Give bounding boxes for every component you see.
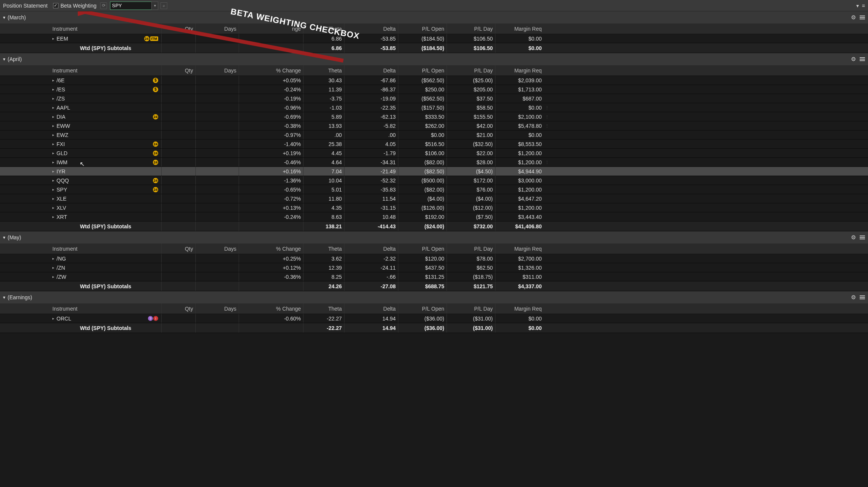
expand-icon[interactable]: ▸: [52, 36, 54, 41]
row-menu-icon[interactable]: [544, 149, 550, 157]
col-delta[interactable]: Delta: [344, 65, 398, 75]
col-delta[interactable]: Delta: [344, 244, 398, 254]
gear-icon[interactable]: ⚙: [851, 56, 856, 63]
position-row[interactable]: ▸/ZS -0.19% -3.75 -19.09 ($562.50) $37.5…: [0, 94, 868, 103]
gear-icon[interactable]: ⚙: [851, 14, 856, 21]
col-plopen[interactable]: P/L Open: [398, 244, 447, 254]
list-icon[interactable]: [860, 295, 865, 299]
refresh-icon[interactable]: ⟳: [100, 2, 107, 9]
row-menu-icon[interactable]: ⋮: [544, 112, 550, 121]
col-theta[interactable]: Theta: [303, 24, 344, 34]
position-row[interactable]: ▸SPY24 -0.65% 5.01 -35.83 ($82.00) $76.0…: [0, 185, 868, 194]
row-menu-icon[interactable]: [544, 130, 550, 139]
position-row[interactable]: ▸ORCL?! -0.60% -22.27 14.94 ($36.00) ($3…: [0, 314, 868, 323]
row-menu-icon[interactable]: [544, 34, 550, 43]
row-menu-icon[interactable]: [544, 272, 550, 281]
col-delta[interactable]: Delta: [344, 24, 398, 34]
position-row[interactable]: ▸GLD24 +0.19% 4.45 -1.79 $106.00 $22.00 …: [0, 149, 868, 158]
expand-icon[interactable]: ▸: [52, 87, 54, 91]
row-menu-icon[interactable]: [544, 194, 550, 203]
col-qty[interactable]: Qty: [162, 244, 196, 254]
group-header[interactable]: ▾ (March) ⚙: [0, 11, 868, 24]
col-plday[interactable]: P/L Day: [447, 24, 495, 34]
gear-icon[interactable]: ⚙: [851, 234, 856, 241]
expand-icon[interactable]: ▸: [52, 105, 54, 110]
position-row[interactable]: ▸IWM24 -0.46% 4.64 -34.31 ($82.00) $28.0…: [0, 158, 868, 167]
col-theta[interactable]: Theta: [303, 65, 344, 75]
expand-icon[interactable]: ▸: [52, 151, 54, 155]
col-plday[interactable]: P/L Day: [447, 303, 495, 314]
col-qty[interactable]: Qty: [162, 24, 196, 34]
row-menu-icon[interactable]: ⋮: [544, 121, 550, 130]
col-plday[interactable]: P/L Day: [447, 244, 495, 254]
col-theta[interactable]: Theta: [303, 303, 344, 314]
list-icon[interactable]: [860, 57, 865, 61]
row-menu-icon[interactable]: [544, 94, 550, 103]
row-menu-icon[interactable]: [544, 76, 550, 85]
expand-icon[interactable]: ▸: [52, 160, 54, 164]
expand-icon[interactable]: ▸: [52, 187, 54, 192]
expand-icon[interactable]: ▸: [52, 78, 54, 82]
row-menu-icon[interactable]: [544, 85, 550, 94]
col-theta[interactable]: Theta: [303, 244, 344, 254]
row-menu-icon[interactable]: [544, 212, 550, 221]
col-instrument[interactable]: Instrument: [49, 303, 162, 314]
col-days[interactable]: Days: [196, 244, 239, 254]
expand-icon[interactable]: ▸: [52, 206, 54, 210]
position-row[interactable]: ▸/6E$ +0.05% 30.43 -67.86 ($562.50) ($25…: [0, 76, 868, 85]
position-row[interactable]: ▸EEM24ITM 6.86 -53.85 ($184.50) $106.50 …: [0, 34, 868, 43]
row-menu-icon[interactable]: [544, 203, 550, 212]
col-margin[interactable]: Margin Req: [495, 24, 544, 34]
col-days[interactable]: Days: [196, 65, 239, 75]
row-menu-icon[interactable]: [544, 176, 550, 185]
expand-icon[interactable]: ▸: [52, 275, 54, 279]
col-plopen[interactable]: P/L Open: [398, 24, 447, 34]
expand-icon[interactable]: ▸: [52, 178, 54, 182]
position-row[interactable]: ▸EWW -0.38% 13.93 -5.82 $262.00 $42.00 $…: [0, 121, 868, 130]
position-row[interactable]: ▸XRT -0.24% 8.63 10.48 $192.00 ($7.50) $…: [0, 212, 868, 222]
col-change[interactable]: % Change: [239, 244, 303, 254]
col-qty[interactable]: Qty: [162, 65, 196, 75]
position-row[interactable]: ▸IYR +0.16% 7.04 -21.49 ($82.50) ($4.50)…: [0, 167, 868, 176]
expand-icon[interactable]: ▸: [52, 215, 54, 219]
col-margin[interactable]: Margin Req: [495, 303, 544, 314]
symbol-input[interactable]: [110, 2, 152, 10]
position-row[interactable]: ▸XLE -0.72% 11.80 11.54 ($4.00) ($4.00) …: [0, 194, 868, 203]
row-menu-icon[interactable]: [544, 254, 550, 263]
col-plday[interactable]: P/L Day: [447, 65, 495, 75]
expand-icon[interactable]: ▸: [52, 142, 54, 146]
expand-icon[interactable]: ▸: [52, 316, 54, 320]
list-icon[interactable]: [860, 16, 865, 19]
position-row[interactable]: ▸/ZN +0.12% 12.39 -24.11 $437.50 $62.50 …: [0, 263, 868, 272]
position-row[interactable]: ▸/ES$ -0.24% 11.39 -86.37 $250.00 $205.0…: [0, 85, 868, 94]
row-menu-icon[interactable]: [544, 314, 550, 323]
position-row[interactable]: ▸EWZ -0.97% .00 .00 $0.00 $21.00 $0.00: [0, 130, 868, 140]
expand-icon[interactable]: ▸: [52, 124, 54, 128]
lookup-button[interactable]: ⌕: [160, 2, 167, 9]
position-row[interactable]: ▸/ZW -0.36% 8.25 -.66 $131.25 ($18.75) $…: [0, 272, 868, 281]
col-qty[interactable]: Qty: [162, 303, 196, 314]
position-row[interactable]: ▸XLV +0.13% 4.35 -31.15 ($126.00) ($12.0…: [0, 203, 868, 212]
expand-icon[interactable]: ▸: [52, 196, 54, 201]
symbol-dropdown-icon[interactable]: ▾: [151, 2, 158, 10]
col-change[interactable]: nge: [239, 24, 303, 34]
row-menu-icon[interactable]: [544, 263, 550, 272]
col-plopen[interactable]: P/L Open: [398, 65, 447, 75]
col-instrument[interactable]: Instrument: [49, 65, 162, 75]
col-days[interactable]: Days: [196, 24, 239, 34]
col-instrument[interactable]: Instrument: [49, 244, 162, 254]
group-header[interactable]: ▾ (May) ⚙: [0, 231, 868, 244]
row-menu-icon[interactable]: ⋮: [544, 103, 550, 112]
menu-icon[interactable]: ≡: [862, 3, 865, 9]
row-menu-icon[interactable]: [544, 167, 550, 176]
row-menu-icon[interactable]: ⋮: [544, 158, 550, 167]
beta-weighting-checkbox[interactable]: ✓: [53, 3, 58, 8]
group-header[interactable]: ▾ (April) ⚙: [0, 53, 868, 65]
gear-icon[interactable]: ⚙: [851, 294, 856, 301]
position-row[interactable]: ▸QQQ24 -1.36% 10.04 -52.32 ($500.00) $17…: [0, 176, 868, 185]
expand-icon[interactable]: ▸: [52, 96, 54, 101]
col-instrument[interactable]: Instrument: [49, 24, 162, 34]
col-margin[interactable]: Margin Req: [495, 244, 544, 254]
position-row[interactable]: ▸AAPL -0.96% -1.03 -22.35 ($157.50) $58.…: [0, 103, 868, 112]
row-menu-icon[interactable]: [544, 140, 550, 148]
